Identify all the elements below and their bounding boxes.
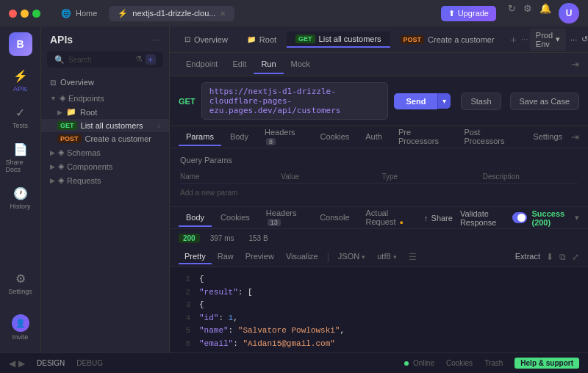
code-view: 1{2 "result": [3 {4 "id": 1,5 "name": "S… xyxy=(170,267,588,352)
send-dropdown-button[interactable]: ▾ xyxy=(437,93,451,109)
format-divider: | xyxy=(324,252,332,262)
format-visualize[interactable]: Visualize xyxy=(280,250,324,264)
trash-button[interactable]: Trash xyxy=(484,359,503,367)
add-tab-icon[interactable]: + xyxy=(511,34,517,46)
extract-label[interactable]: Extract xyxy=(515,252,540,262)
add-param-button[interactable]: Add a new param xyxy=(180,186,578,199)
tab-close-icon[interactable]: ✕ xyxy=(220,10,226,18)
cookies-button[interactable]: Cookies xyxy=(446,359,473,367)
send-button[interactable]: Send xyxy=(394,93,437,109)
sidebar-item-share-docs[interactable]: 📄 Share Docs xyxy=(3,137,38,179)
requests-header[interactable]: ▶ ◈ Requests xyxy=(41,173,169,187)
tab-list-customers[interactable]: GET List all customers xyxy=(287,32,390,48)
tab-headers[interactable]: Headers 8 xyxy=(257,124,312,151)
tab-body[interactable]: Body xyxy=(223,128,256,146)
titlebar-icons: ↻ ⚙ 🔔 U xyxy=(508,3,579,23)
minimize-button[interactable] xyxy=(21,10,29,18)
maximize-button[interactable] xyxy=(32,10,40,18)
env-more-icon[interactable]: ··· xyxy=(570,35,577,44)
upgrade-button[interactable]: ⬆ Upgrade xyxy=(441,6,496,21)
refresh-icon[interactable]: ↻ xyxy=(508,3,516,23)
components-header[interactable]: ▶ ◈ Components xyxy=(41,159,169,173)
design-label[interactable]: DESIGN xyxy=(37,359,65,367)
tab-overview[interactable]: ⊡ Overview xyxy=(176,32,237,47)
env-button[interactable]: Prod Env ▾ xyxy=(530,29,566,51)
bell-icon[interactable]: 🔔 xyxy=(539,3,551,23)
endpoint-root[interactable]: ▶ 📁 Root xyxy=(41,105,169,119)
format-json[interactable]: JSON ▾ xyxy=(332,250,371,264)
download-icon[interactable]: ⬇ xyxy=(546,252,553,262)
format-raw[interactable]: Raw xyxy=(212,250,240,264)
nav-right-icon[interactable]: ▶ xyxy=(18,358,25,369)
tab-params[interactable]: Params xyxy=(179,128,221,146)
api-sidebar-header: APIs ··· xyxy=(41,26,169,51)
share-button[interactable]: ↑ Share xyxy=(424,214,453,222)
sidebar-item-apis[interactable]: ⚡ APIs xyxy=(3,63,38,98)
tab-cookies[interactable]: Cookies xyxy=(313,128,357,146)
format-pretty[interactable]: Pretty xyxy=(179,250,212,264)
tab-pre-processors[interactable]: Pre Processors xyxy=(391,124,455,151)
api-search-bar[interactable]: 🔍 Search ⚗ + xyxy=(47,51,163,68)
tab-settings[interactable]: Settings xyxy=(526,128,570,146)
resp-tab-console[interactable]: Console xyxy=(312,209,356,227)
url-input[interactable]: https://nextjs-d1-drizzle-cloudflare-pag… xyxy=(201,82,389,120)
response-tabs-bar: Body Cookies Headers 13 Console Actual R… xyxy=(170,207,588,229)
tab-mock[interactable]: Mock xyxy=(284,55,318,74)
endpoint-list-customers[interactable]: GET List all customers › xyxy=(41,119,169,132)
sidebar-item-history[interactable]: 🕐 History xyxy=(3,181,38,216)
url-bar: GET https://nextjs-d1-drizzle-cloudflare… xyxy=(170,76,588,126)
copy-icon[interactable]: ⧉ xyxy=(559,252,566,262)
sidebar-item-invite[interactable]: 👤 Invite xyxy=(3,308,38,347)
upgrade-icon: ⬆ xyxy=(448,9,455,18)
stash-button[interactable]: Stash xyxy=(461,93,501,110)
tab-create-customer[interactable]: POST Create a customer xyxy=(392,32,503,47)
tab-current[interactable]: ⚡ nextjs-d1-drizzle-clou... ✕ xyxy=(109,6,234,21)
schemas-header[interactable]: ▶ ◈ Schemas xyxy=(41,145,169,159)
resp-tab-body[interactable]: Body xyxy=(179,209,212,227)
sidebar-item-settings[interactable]: ⚙ Settings xyxy=(3,266,38,301)
tab-home[interactable]: 🌐 Home xyxy=(52,6,106,21)
format-utf8[interactable]: utf8 ▾ xyxy=(371,250,402,264)
nav-left-icon[interactable]: ◀ xyxy=(9,358,15,369)
resp-tab-headers[interactable]: Headers 13 xyxy=(259,205,311,231)
more-tabs-icon[interactable]: ··· xyxy=(521,34,528,46)
sidebar-overview[interactable]: ⊡ Overview xyxy=(41,75,169,90)
expand-code-icon[interactable]: ⤢ xyxy=(572,252,579,262)
validate-toggle[interactable] xyxy=(512,212,527,223)
settings-icon[interactable]: ⚙ xyxy=(523,3,532,23)
endpoints-header[interactable]: ▼ ◈ Endpoints xyxy=(41,91,169,105)
close-button[interactable] xyxy=(9,10,17,18)
content-area: ⊡ Overview 📁 Root GET List all customers… xyxy=(170,26,588,352)
components-chevron: ▶ xyxy=(50,163,55,170)
main-layout: B ⚡ APIs ✓ Tests 📄 Share Docs 🕐 History … xyxy=(0,26,588,352)
tab-run[interactable]: Run xyxy=(254,55,283,74)
user-avatar[interactable]: U xyxy=(559,3,579,23)
share-docs-icon: 📄 xyxy=(13,142,28,156)
params-options[interactable]: ⇥ xyxy=(571,131,579,142)
tab-post-processors[interactable]: Post Processors xyxy=(456,124,524,151)
tab-auth[interactable]: Auth xyxy=(358,128,390,146)
history-icon-2[interactable]: ↺ xyxy=(581,35,588,44)
tab-endpoint[interactable]: Endpoint xyxy=(179,55,225,74)
save-case-button[interactable]: Save as Case xyxy=(510,93,579,110)
tab-root[interactable]: 📁 Root xyxy=(238,32,285,47)
add-icon[interactable]: + xyxy=(146,54,156,65)
format-preview[interactable]: Preview xyxy=(240,250,280,264)
params-table: Name Value Type Description Add a new pa… xyxy=(180,170,578,199)
response-meta: 200 397 ms 153 B xyxy=(170,229,588,247)
code-line: 3 { xyxy=(179,299,579,312)
traffic-lights xyxy=(9,10,40,18)
env-selector[interactable]: Prod Env ▾ ··· ↺ ↶ ↷ xyxy=(530,29,588,51)
resp-tab-cookies[interactable]: Cookies xyxy=(213,209,257,227)
expand-icon[interactable]: ⇥ xyxy=(571,59,579,70)
resp-tab-actual-request[interactable]: Actual Request ● xyxy=(359,205,423,231)
response-area: Body Cookies Headers 13 Console Actual R… xyxy=(170,206,588,352)
filter-icon[interactable]: ⚗ xyxy=(135,54,143,65)
help-button[interactable]: Help & support xyxy=(514,358,579,369)
debug-label[interactable]: DEBUG xyxy=(76,359,103,367)
sidebar-item-tests[interactable]: ✓ Tests xyxy=(3,100,38,135)
response-format-bar: Pretty Raw Preview Visualize | JSON ▾ xyxy=(170,247,588,267)
sidebar-options-icon[interactable]: ··· xyxy=(153,35,160,45)
tab-edit[interactable]: Edit xyxy=(225,55,254,74)
endpoint-create-customer[interactable]: POST Create a customer xyxy=(41,132,169,145)
